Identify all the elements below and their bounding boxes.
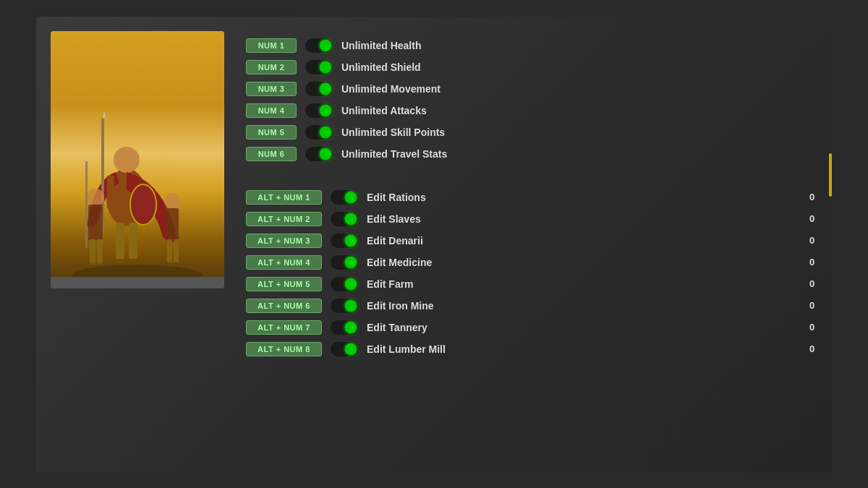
cover-figures: [51, 111, 224, 277]
right-panel: NUM 1Unlimited HealthNUM 2Unlimited Shie…: [246, 31, 817, 458]
svg-rect-7: [129, 223, 137, 259]
alt-key-badge: ALT + NUM 3: [246, 234, 322, 248]
cheat-value: 0: [807, 343, 817, 354]
cheat-label: Unlimited Movement: [341, 83, 817, 95]
toggle-knob: [345, 322, 357, 333]
toggle-switch[interactable]: [305, 147, 333, 161]
alt-key-badge: ALT + NUM 8: [246, 342, 322, 356]
alt-cheat-row: ALT + NUM 7Edit Tannery0: [246, 320, 817, 335]
top-cheat-row: NUM 3Unlimited Movement: [246, 82, 817, 96]
toggle-switch[interactable]: [331, 234, 358, 248]
top-cheat-row: NUM 1Unlimited Health: [246, 38, 817, 53]
cheat-label: Unlimited Health: [341, 40, 817, 51]
toggle-switch[interactable]: [305, 103, 333, 118]
cheat-label: Edit Medicine: [367, 257, 798, 268]
cheat-label: Edit Slaves: [367, 213, 798, 225]
toggle-knob: [345, 343, 357, 355]
toggle-switch[interactable]: [305, 60, 333, 74]
toggle-switch[interactable]: [331, 190, 358, 205]
key-badge: NUM 3: [246, 82, 297, 96]
svg-rect-19: [51, 262, 224, 277]
cheat-value: 0: [807, 300, 817, 311]
top-cheat-row: NUM 5Unlimited Skill Points: [246, 125, 817, 140]
alt-cheat-row: ALT + NUM 5Edit Farm0: [246, 277, 817, 291]
cheat-value: 0: [807, 192, 817, 202]
game-cover: [51, 31, 224, 277]
cheat-value: 0: [807, 213, 817, 224]
toggle-switch[interactable]: [331, 255, 358, 270]
toggle-switch[interactable]: [305, 82, 333, 96]
toggle-knob: [345, 235, 357, 247]
alt-cheats-section: ALT + NUM 1Edit Rations0ALT + NUM 2Edit …: [246, 190, 817, 364]
toggle-knob: [345, 192, 357, 203]
svg-rect-13: [85, 161, 88, 248]
alt-cheat-row: ALT + NUM 2Edit Slaves0: [246, 212, 817, 226]
svg-rect-17: [167, 239, 172, 262]
toggle-knob: [345, 213, 357, 225]
cheat-label: Edit Tannery: [367, 322, 798, 333]
toggle-switch[interactable]: [331, 277, 358, 291]
svg-point-2: [114, 147, 140, 173]
svg-point-9: [87, 189, 104, 206]
toggle-knob: [345, 278, 357, 290]
svg-marker-5: [103, 111, 106, 118]
cheat-value: 0: [807, 235, 817, 246]
toggle-knob: [320, 40, 331, 51]
svg-rect-6: [116, 223, 124, 259]
toggle-knob: [320, 83, 331, 95]
toggle-switch[interactable]: [331, 299, 358, 313]
alt-key-badge: ALT + NUM 4: [246, 255, 322, 270]
alt-key-badge: ALT + NUM 1: [246, 190, 322, 205]
alt-key-badge: ALT + NUM 5: [246, 277, 322, 291]
cheat-label: Edit Lumber Mill: [367, 343, 798, 355]
cheat-value: 0: [807, 322, 817, 333]
top-cheat-row: NUM 6Unlimited Travel Stats: [246, 147, 817, 161]
toggle-knob: [320, 148, 331, 160]
toggle-knob: [320, 127, 331, 138]
key-badge: NUM 1: [246, 38, 297, 53]
top-cheat-row: NUM 4Unlimited Attacks: [246, 103, 817, 118]
toggle-switch[interactable]: [331, 342, 358, 356]
svg-rect-16: [166, 208, 179, 241]
alt-key-badge: ALT + NUM 2: [246, 212, 322, 226]
top-cheat-row: NUM 2Unlimited Shield: [246, 60, 817, 74]
alt-cheat-row: ALT + NUM 4Edit Medicine0: [246, 255, 817, 270]
scroll-accent: [829, 153, 832, 197]
left-panel: [51, 31, 224, 458]
alt-key-badge: ALT + NUM 6: [246, 299, 322, 313]
svg-point-8: [130, 184, 156, 225]
main-container: NUM 1Unlimited HealthNUM 2Unlimited Shie…: [36, 17, 832, 472]
trainer-label: [51, 277, 224, 288]
svg-rect-10: [88, 205, 103, 241]
toggle-knob: [345, 257, 357, 268]
svg-rect-3: [107, 176, 114, 208]
alt-cheat-row: ALT + NUM 6Edit Iron Mine0: [246, 299, 817, 313]
cheat-label: Unlimited Shield: [341, 61, 817, 73]
svg-point-15: [164, 193, 180, 209]
toggle-switch[interactable]: [305, 125, 333, 140]
cheat-label: Edit Rations: [367, 192, 798, 203]
alt-cheat-row: ALT + NUM 1Edit Rations0: [246, 190, 817, 205]
svg-marker-14: [86, 155, 88, 161]
key-badge: NUM 6: [246, 147, 297, 161]
cheat-label: Edit Denarii: [367, 235, 798, 247]
toggle-knob: [320, 61, 331, 73]
cheat-value: 0: [807, 278, 817, 289]
key-badge: NUM 4: [246, 103, 297, 118]
cheat-label: Edit Iron Mine: [367, 300, 798, 312]
alt-cheat-row: ALT + NUM 3Edit Denarii0: [246, 234, 817, 248]
toggle-knob: [345, 300, 357, 312]
cheat-label: Unlimited Skill Points: [341, 127, 817, 138]
top-cheats-section: NUM 1Unlimited HealthNUM 2Unlimited Shie…: [246, 38, 817, 168]
svg-rect-18: [174, 239, 179, 262]
key-badge: NUM 5: [246, 125, 297, 140]
cheat-label: Unlimited Travel Stats: [341, 148, 817, 160]
toggle-switch[interactable]: [331, 212, 358, 226]
toggle-switch[interactable]: [331, 320, 358, 335]
key-badge: NUM 2: [246, 60, 297, 74]
svg-rect-11: [90, 239, 95, 265]
toggle-switch[interactable]: [305, 38, 333, 53]
toggle-knob: [320, 105, 331, 116]
cheat-label: Edit Farm: [367, 278, 798, 290]
alt-key-badge: ALT + NUM 7: [246, 320, 322, 335]
